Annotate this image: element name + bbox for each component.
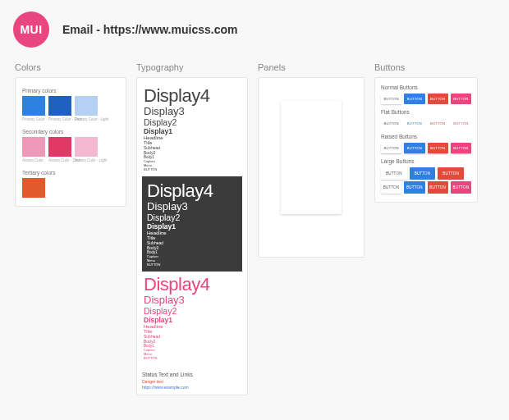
- swatch-primary-light: Primary Color - Light: [75, 96, 98, 116]
- large-buttons-row-1: BUTTON BUTTON BUTTON: [381, 167, 471, 180]
- button-large-default[interactable]: BUTTON: [381, 167, 407, 180]
- swatch-label: Accent Color - Light: [75, 158, 108, 162]
- swatch-accent-light: Accent Color - Light: [75, 137, 98, 157]
- type-display3: Display3: [144, 294, 241, 306]
- button-large-primary[interactable]: BUTTON: [404, 181, 424, 194]
- swatch-primary-dark: Primary Color - Dark: [48, 96, 71, 116]
- buttons-column: Buttons Normal Buttons BUTTON BUTTON BUT…: [374, 62, 478, 203]
- swatch-label: Primary Color - Light: [75, 117, 108, 121]
- type-display3: Display3: [144, 105, 241, 117]
- type-button: BUTTON: [144, 167, 241, 171]
- button-raised-danger[interactable]: BUTTON: [428, 143, 448, 153]
- button-large-danger[interactable]: BUTTON: [438, 167, 464, 180]
- type-display4: Display4: [147, 181, 237, 200]
- primary-colors-label: Primary colors: [22, 88, 119, 94]
- typo-block-light: Display4 Display3 Display2 Display1 Head…: [142, 83, 242, 176]
- type-button: BUTTON: [144, 356, 241, 360]
- type-display3: Display3: [147, 200, 237, 212]
- button-default[interactable]: BUTTON: [381, 94, 401, 104]
- swatch-label: Accent Color: [22, 158, 44, 162]
- typo-block-accent: Display4 Display3 Display2 Display1 Head…: [142, 272, 242, 365]
- type-display4: Display4: [144, 275, 241, 294]
- header: MUI Email - https://www.muicss.com: [0, 0, 509, 57]
- flat-buttons-row: BUTTON BUTTON BUTTON BUTTON: [381, 118, 471, 129]
- button-raised-default[interactable]: BUTTON: [381, 143, 401, 153]
- primary-swatch-row: Primary Color Primary Color - Dark Prima…: [22, 96, 119, 116]
- button-danger[interactable]: BUTTON: [428, 94, 448, 104]
- content-grid: Colors Primary colors Primary Color Prim…: [0, 57, 509, 395]
- buttons-card: Normal Buttons BUTTON BUTTON BUTTON BUTT…: [374, 77, 478, 203]
- page-title: Email - https://www.muicss.com: [62, 23, 237, 36]
- type-display2: Display2: [144, 117, 241, 127]
- panels-column: Panels: [258, 62, 365, 258]
- panel-example: [281, 101, 342, 214]
- colors-card: Primary colors Primary Color Primary Col…: [15, 77, 126, 207]
- colors-label: Colors: [15, 62, 126, 72]
- button-large-primary[interactable]: BUTTON: [410, 167, 436, 180]
- raised-buttons-label: Raised Buttons: [381, 134, 471, 139]
- type-display1: Display1: [147, 222, 237, 231]
- normal-buttons-row: BUTTON BUTTON BUTTON BUTTON: [381, 94, 471, 104]
- flat-buttons-label: Flat Buttons: [381, 109, 471, 115]
- typo-block-dark: Display4 Display3 Display2 Display1 Head…: [142, 176, 242, 272]
- button-large-danger[interactable]: BUTTON: [428, 181, 448, 194]
- buttons-label: Buttons: [374, 62, 478, 72]
- type-display1: Display1: [144, 316, 241, 324]
- typography-label: Typography: [136, 62, 248, 72]
- status-text-label: Status Text and Links: [142, 372, 242, 377]
- panels-card: [258, 77, 365, 258]
- typography-column: Typography Display4 Display3 Display2 Di…: [136, 62, 248, 395]
- large-buttons-label: Large Buttons: [381, 158, 471, 164]
- normal-buttons-label: Normal Buttons: [381, 84, 471, 90]
- type-display1: Display1: [144, 127, 241, 135]
- tertiary-colors-label: Tertiary colors: [22, 170, 119, 176]
- type-display2: Display2: [144, 306, 241, 316]
- button-large-default[interactable]: BUTTON: [381, 181, 401, 194]
- large-buttons-row-2: BUTTON BUTTON BUTTON BUTTON: [381, 181, 471, 194]
- button-raised-accent[interactable]: BUTTON: [451, 143, 471, 153]
- swatch-primary: Primary Color: [22, 96, 45, 116]
- button-large-accent[interactable]: BUTTON: [451, 181, 471, 194]
- swatch-accent-dark: Accent Color - Dark: [48, 137, 71, 157]
- secondary-swatch-row: Accent Color Accent Color - Dark Accent …: [22, 137, 119, 157]
- swatch-accent: Accent Color: [22, 137, 45, 157]
- typography-card: Display4 Display3 Display2 Display1 Head…: [136, 77, 248, 395]
- button-raised-primary[interactable]: BUTTON: [404, 143, 424, 153]
- button-accent[interactable]: BUTTON: [451, 94, 471, 104]
- button-flat-danger[interactable]: BUTTON: [428, 118, 448, 129]
- button-flat-default[interactable]: BUTTON: [381, 118, 401, 129]
- panels-label: Panels: [258, 62, 365, 72]
- colors-column: Colors Primary colors Primary Color Prim…: [15, 62, 126, 207]
- secondary-colors-label: Secondary colors: [22, 129, 119, 135]
- type-display4: Display4: [144, 86, 241, 105]
- button-flat-accent[interactable]: BUTTON: [451, 118, 471, 129]
- swatch-label: Primary Color: [22, 117, 45, 121]
- swatch-danger: [22, 178, 45, 198]
- raised-buttons-row: BUTTON BUTTON BUTTON BUTTON: [381, 143, 471, 153]
- status-link-text[interactable]: https://www.example.com: [142, 385, 242, 390]
- type-display2: Display2: [147, 212, 237, 222]
- button-primary[interactable]: BUTTON: [404, 94, 424, 104]
- status-danger-text: Danger text: [142, 379, 242, 384]
- button-flat-primary[interactable]: BUTTON: [404, 118, 424, 129]
- logo-badge: MUI: [13, 11, 49, 48]
- type-button: BUTTON: [147, 262, 237, 267]
